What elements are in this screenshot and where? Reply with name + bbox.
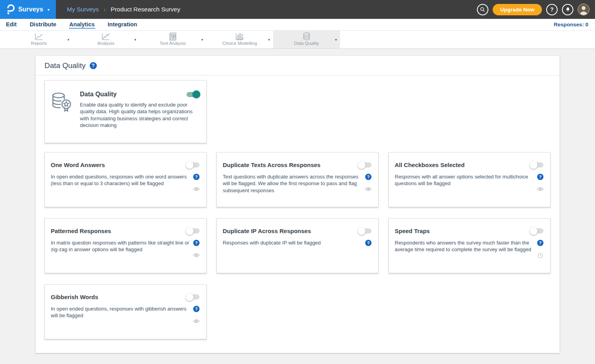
toggle-knob bbox=[358, 227, 366, 235]
notifications-bell-icon[interactable] bbox=[562, 4, 573, 15]
chevron-down-icon[interactable]: ▾ bbox=[268, 37, 270, 41]
feature-description: Responses with all answer options select… bbox=[395, 173, 536, 191]
data-quality-master-card: Data Quality Enable data quality to iden… bbox=[44, 80, 207, 143]
breadcrumb-current-survey: Product Research Survey bbox=[111, 6, 180, 13]
feature-side-icons: ? bbox=[364, 239, 372, 246]
toolbar-tab-choice-modelling[interactable]: Choice Modelling ▾ bbox=[206, 31, 273, 48]
help-icon[interactable]: ? bbox=[193, 174, 200, 180]
analytics-toolbar: Reports ▾ Analysis ▾ bbox=[0, 31, 595, 49]
reports-chart-icon bbox=[35, 33, 43, 40]
breadcrumb-separator: › bbox=[104, 7, 105, 13]
feature-side-icons: ? bbox=[536, 173, 544, 191]
breadcrumb-my-surveys[interactable]: My Surveys bbox=[67, 6, 99, 13]
clock-icon[interactable] bbox=[538, 253, 543, 258]
eye-icon[interactable] bbox=[193, 253, 200, 257]
help-circle-icon[interactable]: ? bbox=[546, 4, 558, 15]
topbar-actions: Upgrade Now ? bbox=[477, 4, 595, 15]
toolbar-tab-reports[interactable]: Reports ▾ bbox=[6, 31, 72, 48]
feature-grid: One Word Answers In open ended questions… bbox=[44, 152, 551, 339]
feature-card-duplicate-ip-across-responses: Duplicate IP Across Responses Responses … bbox=[216, 218, 379, 273]
feature-side-icons: ? bbox=[192, 239, 200, 257]
data-quality-panel: Data Quality ? bbox=[35, 56, 560, 353]
survey-nav: Edit Distribute Analytics Integration Re… bbox=[0, 19, 595, 31]
nav-item-analytics[interactable]: Analytics bbox=[69, 20, 95, 29]
nav-item-integration[interactable]: Integration bbox=[107, 20, 138, 29]
survey-nav-items: Edit Distribute Analytics Integration bbox=[6, 20, 150, 29]
eye-icon[interactable] bbox=[193, 319, 200, 324]
panel-body: Data Quality Enable data quality to iden… bbox=[35, 75, 560, 339]
feature-description: Responses with duplicate IP will be flag… bbox=[223, 239, 364, 246]
toggle-knob bbox=[186, 227, 194, 235]
upgrade-now-button[interactable]: Upgrade Now bbox=[493, 4, 542, 15]
analysis-chart-icon bbox=[102, 33, 110, 40]
feature-card-speed-traps: Speed Traps Respondents who answers the … bbox=[388, 218, 551, 273]
feature-title: Patterned Responses bbox=[51, 228, 111, 234]
feature-description: In open ended questions, responses with … bbox=[51, 305, 192, 324]
chevron-down-icon[interactable]: ▾ bbox=[201, 37, 203, 41]
avatar[interactable] bbox=[578, 4, 589, 15]
feature-toggle[interactable] bbox=[186, 294, 200, 300]
help-icon[interactable]: ? bbox=[365, 174, 371, 180]
nav-item-edit[interactable]: Edit bbox=[6, 20, 17, 29]
feature-toggle[interactable] bbox=[358, 162, 371, 167]
toolbar-tab-text-analysis[interactable]: Text Analysis ▾ bbox=[139, 31, 206, 48]
feature-description: In matrix question responses with patter… bbox=[51, 239, 192, 257]
nav-item-distribute[interactable]: Distribute bbox=[29, 20, 57, 29]
toggle-knob bbox=[530, 227, 538, 235]
feature-card-one-word-answers: One Word Answers In open ended questions… bbox=[44, 152, 207, 207]
data-quality-master-toggle[interactable] bbox=[187, 92, 200, 97]
product-name: Surveys bbox=[18, 6, 43, 13]
tab-main: Choice Modelling bbox=[206, 31, 273, 48]
feature-toggle[interactable] bbox=[530, 162, 543, 167]
feature-toggle[interactable] bbox=[186, 228, 200, 233]
eye-icon[interactable] bbox=[193, 187, 200, 191]
feature-title: One Word Answers bbox=[51, 162, 105, 168]
eye-icon[interactable] bbox=[365, 187, 371, 191]
feature-toggle[interactable] bbox=[530, 228, 543, 233]
tab-main: Data Quality bbox=[273, 31, 340, 48]
toggle-knob bbox=[192, 90, 200, 98]
help-icon[interactable]: ? bbox=[365, 240, 371, 246]
toolbar-tab-analysis[interactable]: Analysis ▾ bbox=[72, 31, 139, 48]
data-quality-database-icon bbox=[303, 33, 310, 40]
page-help-icon[interactable]: ? bbox=[90, 62, 97, 69]
tab-label: Text Analysis bbox=[160, 41, 186, 46]
feature-title: Gibberish Words bbox=[51, 294, 98, 300]
panel-header: Data Quality ? bbox=[35, 56, 560, 75]
tab-label: Reports bbox=[31, 41, 47, 46]
text-analysis-document-icon bbox=[169, 33, 176, 40]
feature-toggle[interactable] bbox=[358, 228, 371, 233]
feature-toggle[interactable] bbox=[186, 162, 200, 167]
chevron-down-icon[interactable]: ▾ bbox=[134, 37, 136, 41]
master-card-description: Enable data quality to identify and excl… bbox=[80, 101, 200, 129]
search-icon[interactable] bbox=[477, 4, 488, 15]
page-title: Data Quality bbox=[44, 61, 86, 70]
help-icon[interactable]: ? bbox=[537, 240, 543, 246]
help-icon[interactable]: ? bbox=[193, 240, 200, 246]
master-card-title: Data Quality bbox=[80, 91, 116, 98]
tab-main: Text Analysis bbox=[139, 31, 206, 48]
feature-card-all-checkboxes-selected: All Checkboxes Selected Responses with a… bbox=[388, 152, 551, 207]
toolbar-tab-data-quality[interactable]: Data Quality ▾ bbox=[273, 31, 340, 48]
choice-modelling-chart-icon bbox=[235, 33, 244, 40]
surveys-product-menu[interactable]: Surveys ▾ bbox=[0, 0, 56, 19]
toggle-knob bbox=[358, 161, 366, 169]
chevron-down-icon: ▾ bbox=[48, 7, 50, 12]
feature-description: Text questions with duplicate answers ac… bbox=[223, 173, 364, 194]
feature-description: Respondents who answers the survey much … bbox=[395, 239, 536, 258]
responses-count: Responses: 0 bbox=[554, 22, 595, 28]
feature-title: All Checkboxes Selected bbox=[395, 162, 465, 168]
breadcrumb: My Surveys › Product Research Survey bbox=[67, 6, 180, 13]
help-icon[interactable]: ? bbox=[537, 174, 543, 180]
chevron-down-icon[interactable]: ▾ bbox=[335, 37, 337, 41]
feature-title: Speed Traps bbox=[395, 228, 430, 234]
feature-side-icons: ? bbox=[192, 305, 200, 324]
feature-title: Duplicate Texts Across Responses bbox=[223, 162, 320, 168]
tab-label: Choice Modelling bbox=[222, 41, 257, 46]
toggle-knob bbox=[186, 161, 194, 169]
chevron-down-icon[interactable]: ▾ bbox=[67, 37, 69, 41]
help-icon[interactable]: ? bbox=[193, 306, 200, 312]
top-bar: Surveys ▾ My Surveys › Product Research … bbox=[0, 0, 595, 19]
tab-label: Analysis bbox=[98, 41, 115, 46]
eye-icon[interactable] bbox=[537, 187, 543, 191]
